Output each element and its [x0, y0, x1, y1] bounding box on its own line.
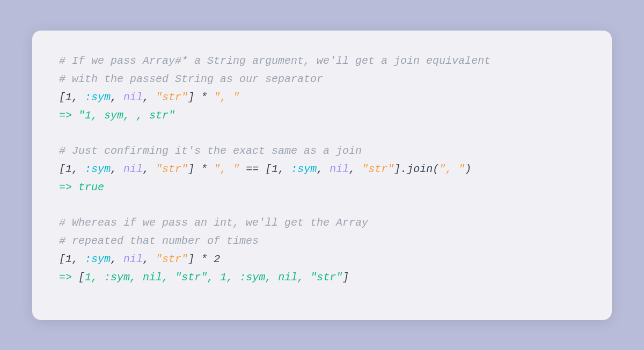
comment-text: # with the passed String — [59, 73, 220, 85]
string-str: "str" — [156, 91, 188, 103]
comment-line-3: # Just confirming it's the exact same as… — [59, 142, 585, 160]
code-line-1: [1, :sym, nil, "str"] * ", " — [59, 88, 585, 107]
section-1: # If we pass Array#* a String argument, … — [59, 52, 585, 125]
comment-text: our separator — [233, 73, 323, 85]
comment-line-4: # Whereas if we pass an int, we'll get t… — [59, 214, 585, 232]
result-sym1: :sym — [104, 271, 130, 284]
nil-keyword: nil — [123, 91, 143, 103]
result-sym2: :sym — [239, 271, 265, 284]
result-str1: "str" — [175, 271, 207, 284]
result-value: "1, sym, , str" — [78, 109, 175, 122]
result-arrow: => — [59, 109, 78, 122]
result-nil1: nil — [143, 271, 162, 284]
comment-text: # Just confirming it's the exact same — [59, 145, 304, 157]
result-line-1: => "1, sym, , str" — [59, 107, 585, 125]
result-n1: 1 — [85, 271, 91, 284]
section-2: # Just confirming it's the exact same as… — [59, 142, 585, 197]
symbol-sym: :sym — [85, 91, 111, 103]
code-card: # If we pass Array#* a String argument, … — [32, 31, 612, 320]
comment-text: # If we pass Array#* a String argument, … — [59, 55, 491, 67]
comment-as: as — [220, 73, 233, 85]
string-sep: ", " — [214, 91, 239, 103]
comment-line-2: # with the passed String as our separato… — [59, 70, 585, 88]
bracket-open: [ — [59, 91, 65, 103]
comment-line-5: # repeated that number of times — [59, 232, 585, 250]
code-line-3: [1, :sym, nil, "str"] * 2 — [59, 250, 585, 269]
comment-line-1: # If we pass Array#* a String argument, … — [59, 52, 585, 70]
result-arrow-2: => — [59, 181, 78, 193]
comment-text: # repeated that number of times — [59, 235, 259, 247]
result-arrow-3: => — [59, 271, 78, 284]
result-nil2: nil — [278, 271, 297, 284]
result-bool: true — [78, 181, 104, 193]
result-str2: "str" — [310, 271, 342, 284]
code-block: # If we pass Array#* a String argument, … — [59, 52, 585, 287]
bracket-close: ] — [188, 91, 194, 103]
result-line-3: => [1, :sym, nil, "str", 1, :sym, nil, "… — [59, 269, 585, 287]
result-n2: 1 — [220, 271, 226, 284]
comment-text: # Whereas if we pass an int, we'll get t… — [59, 217, 368, 229]
number-1: 1 — [65, 91, 72, 103]
result-line-2: => true — [59, 178, 585, 197]
section-3: # Whereas if we pass an int, we'll get t… — [59, 214, 585, 287]
comment-text: a join — [317, 145, 362, 157]
comment-as2: as — [304, 145, 317, 157]
code-line-2: [1, :sym, nil, "str"] * ", " == [1, :sym… — [59, 160, 585, 178]
